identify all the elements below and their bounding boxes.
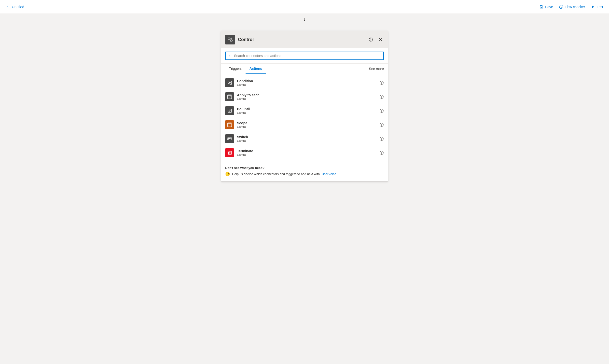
condition-sub: Control xyxy=(237,83,253,87)
condition-info-icon xyxy=(379,81,384,85)
svg-rect-23 xyxy=(228,152,231,154)
flow-checker-label: Flow checker xyxy=(565,5,585,9)
action-item-scope[interactable]: Scope Control xyxy=(221,118,388,132)
switch-text: Switch Control xyxy=(237,135,248,143)
tab-triggers[interactable]: Triggers xyxy=(225,64,246,74)
switch-info-button[interactable] xyxy=(379,137,384,141)
svg-rect-5 xyxy=(230,81,231,83)
flow-checker-icon xyxy=(559,5,563,9)
scope-icon-svg xyxy=(227,122,232,127)
terminate-info-button[interactable] xyxy=(379,151,384,155)
help-icon xyxy=(369,37,373,42)
panel-header-left: Control xyxy=(225,35,254,44)
tab-actions[interactable]: Actions xyxy=(246,64,266,74)
back-arrow-icon: ← xyxy=(6,4,10,9)
svg-rect-1 xyxy=(228,38,230,39)
scope-info-icon xyxy=(379,123,384,127)
svg-rect-18 xyxy=(228,138,229,139)
control-icon-svg xyxy=(227,37,233,42)
save-icon xyxy=(539,5,544,9)
condition-text: Condition Control xyxy=(237,79,253,87)
switch-info-icon xyxy=(379,137,384,141)
condition-info-button[interactable] xyxy=(379,81,384,85)
apply-sub: Control xyxy=(237,97,260,101)
help-button[interactable] xyxy=(368,36,374,43)
topbar-left: ← Untitled xyxy=(6,4,24,9)
action-item-scope-left: Scope Control xyxy=(225,120,247,129)
topbar-right: Save Flow checker Test xyxy=(539,5,603,9)
search-back-arrow-icon: ← xyxy=(228,54,232,58)
action-item-switch[interactable]: Switch Control xyxy=(221,132,388,146)
terminate-text: Terminate Control xyxy=(237,149,253,157)
svg-rect-20 xyxy=(229,138,230,139)
condition-icon-svg xyxy=(227,80,232,85)
terminate-icon-svg xyxy=(227,150,232,155)
scope-icon xyxy=(225,120,234,129)
terminate-icon xyxy=(225,148,234,157)
action-item-apply[interactable]: Apply to each Control xyxy=(221,90,388,104)
svg-rect-6 xyxy=(230,83,231,84)
dountil-info-icon xyxy=(379,109,384,113)
panel-header-right xyxy=(368,36,384,43)
smiley-icon: 🙂 xyxy=(225,172,230,176)
tabs: Triggers Actions xyxy=(225,64,266,74)
scope-sub: Control xyxy=(237,125,247,129)
dountil-text: Do until Control xyxy=(237,107,250,115)
apply-info-button[interactable] xyxy=(379,95,384,99)
apply-icon-svg xyxy=(227,94,232,99)
close-icon xyxy=(378,37,383,42)
terminate-name: Terminate xyxy=(237,149,253,153)
panel-icon xyxy=(225,35,235,44)
dountil-icon xyxy=(225,106,234,115)
down-arrow: ↓ xyxy=(303,16,306,22)
dountil-name: Do until xyxy=(237,107,250,111)
condition-name: Condition xyxy=(237,79,253,83)
test-icon xyxy=(591,5,595,9)
test-label: Test xyxy=(597,5,603,9)
scope-info-button[interactable] xyxy=(379,123,384,127)
action-item-condition[interactable]: Condition Control xyxy=(221,76,388,90)
svg-rect-19 xyxy=(228,140,229,140)
svg-rect-14 xyxy=(228,124,231,126)
switch-icon xyxy=(225,134,234,143)
close-button[interactable] xyxy=(377,36,384,43)
flow-checker-button[interactable]: Flow checker xyxy=(559,5,585,9)
save-button[interactable]: Save xyxy=(539,5,553,9)
apply-text: Apply to each Control xyxy=(237,93,260,101)
search-box: ← xyxy=(225,52,384,60)
uservoice-link[interactable]: UserVoice xyxy=(322,172,336,176)
switch-sub: Control xyxy=(237,139,248,143)
apply-info-icon xyxy=(379,95,384,99)
untitled-label: Untitled xyxy=(12,5,24,9)
tabs-row: Triggers Actions See more xyxy=(221,64,388,74)
condition-icon xyxy=(225,78,234,87)
dountil-info-button[interactable] xyxy=(379,109,384,113)
switch-icon-svg xyxy=(227,136,232,141)
back-button[interactable]: ← Untitled xyxy=(6,4,24,9)
panel-title: Control xyxy=(238,37,254,42)
actions-list: Condition Control xyxy=(221,74,388,162)
panel-footer: Don't see what you need? 🙂 Help us decid… xyxy=(221,162,388,181)
save-label: Save xyxy=(545,5,553,9)
terminate-info-icon xyxy=(379,151,384,155)
footer-desc: 🙂 Help us decide which connectors and tr… xyxy=(225,172,384,176)
scope-text: Scope Control xyxy=(237,121,247,129)
svg-rect-4 xyxy=(228,82,229,83)
action-item-condition-left: Condition Control xyxy=(225,78,253,87)
scope-name: Scope xyxy=(237,121,247,125)
switch-name: Switch xyxy=(237,135,248,139)
action-item-terminate-left: Terminate Control xyxy=(225,148,253,157)
svg-rect-2 xyxy=(230,40,232,41)
action-item-dountil-left: Do until Control xyxy=(225,106,250,115)
search-input[interactable] xyxy=(234,54,381,58)
action-item-dountil[interactable]: Do until Control xyxy=(221,104,388,118)
action-item-terminate[interactable]: Terminate Control xyxy=(221,146,388,160)
action-item-apply-left: Apply to each Control xyxy=(225,92,260,101)
dountil-sub: Control xyxy=(237,111,250,115)
footer-desc-text: Help us decide which connectors and trig… xyxy=(232,172,320,176)
search-back-button[interactable]: ← xyxy=(228,54,232,58)
panel-header: Control xyxy=(221,31,388,48)
see-more-button[interactable]: See more xyxy=(369,67,384,71)
footer-title: Don't see what you need? xyxy=(225,166,384,170)
test-button[interactable]: Test xyxy=(591,5,603,9)
